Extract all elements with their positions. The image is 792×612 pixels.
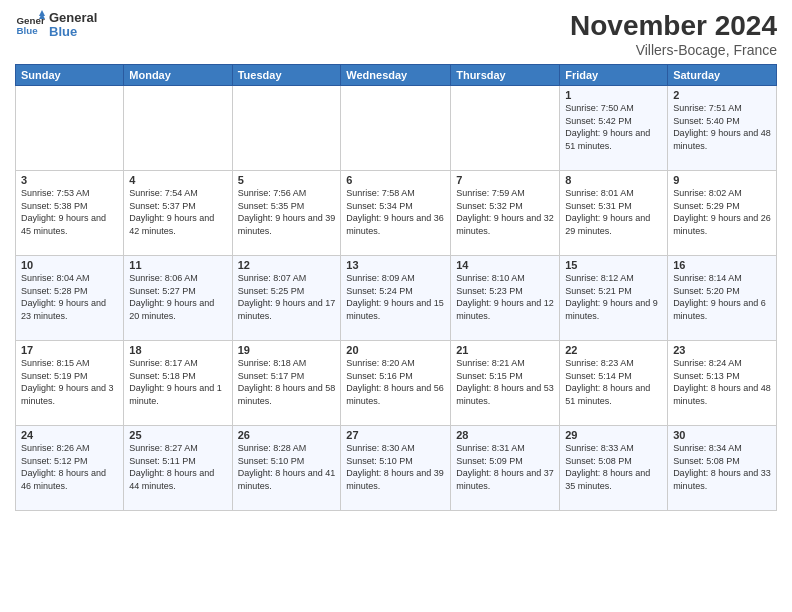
- day-number: 6: [346, 174, 445, 186]
- day-info: Sunrise: 8:09 AM Sunset: 5:24 PM Dayligh…: [346, 272, 445, 322]
- day-info: Sunrise: 8:15 AM Sunset: 5:19 PM Dayligh…: [21, 357, 118, 407]
- day-number: 5: [238, 174, 336, 186]
- calendar-cell: 1Sunrise: 7:50 AM Sunset: 5:42 PM Daylig…: [560, 86, 668, 171]
- day-number: 8: [565, 174, 662, 186]
- calendar-cell: 10Sunrise: 8:04 AM Sunset: 5:28 PM Dayli…: [16, 256, 124, 341]
- day-number: 19: [238, 344, 336, 356]
- calendar-cell: 19Sunrise: 8:18 AM Sunset: 5:17 PM Dayli…: [232, 341, 341, 426]
- day-number: 26: [238, 429, 336, 441]
- calendar-cell: [16, 86, 124, 171]
- day-number: 27: [346, 429, 445, 441]
- day-info: Sunrise: 8:23 AM Sunset: 5:14 PM Dayligh…: [565, 357, 662, 407]
- calendar-cell: 25Sunrise: 8:27 AM Sunset: 5:11 PM Dayli…: [124, 426, 232, 511]
- day-number: 28: [456, 429, 554, 441]
- day-number: 16: [673, 259, 771, 271]
- day-number: 22: [565, 344, 662, 356]
- day-info: Sunrise: 8:10 AM Sunset: 5:23 PM Dayligh…: [456, 272, 554, 322]
- col-tuesday: Tuesday: [232, 65, 341, 86]
- day-info: Sunrise: 8:28 AM Sunset: 5:10 PM Dayligh…: [238, 442, 336, 492]
- calendar-cell: [341, 86, 451, 171]
- calendar-cell: 27Sunrise: 8:30 AM Sunset: 5:10 PM Dayli…: [341, 426, 451, 511]
- day-number: 14: [456, 259, 554, 271]
- day-number: 4: [129, 174, 226, 186]
- calendar-cell: 4Sunrise: 7:54 AM Sunset: 5:37 PM Daylig…: [124, 171, 232, 256]
- day-number: 10: [21, 259, 118, 271]
- day-info: Sunrise: 7:50 AM Sunset: 5:42 PM Dayligh…: [565, 102, 662, 152]
- day-info: Sunrise: 8:26 AM Sunset: 5:12 PM Dayligh…: [21, 442, 118, 492]
- title-block: November 2024 Villers-Bocage, France: [570, 10, 777, 58]
- day-number: 24: [21, 429, 118, 441]
- calendar-cell: 20Sunrise: 8:20 AM Sunset: 5:16 PM Dayli…: [341, 341, 451, 426]
- calendar-week-row: 17Sunrise: 8:15 AM Sunset: 5:19 PM Dayli…: [16, 341, 777, 426]
- calendar-cell: 3Sunrise: 7:53 AM Sunset: 5:38 PM Daylig…: [16, 171, 124, 256]
- logo: General Blue General Blue: [15, 10, 97, 40]
- calendar-cell: [451, 86, 560, 171]
- day-number: 3: [21, 174, 118, 186]
- day-info: Sunrise: 8:14 AM Sunset: 5:20 PM Dayligh…: [673, 272, 771, 322]
- day-number: 15: [565, 259, 662, 271]
- day-info: Sunrise: 7:56 AM Sunset: 5:35 PM Dayligh…: [238, 187, 336, 237]
- svg-text:Blue: Blue: [17, 25, 39, 36]
- calendar-cell: [232, 86, 341, 171]
- day-info: Sunrise: 8:07 AM Sunset: 5:25 PM Dayligh…: [238, 272, 336, 322]
- day-number: 23: [673, 344, 771, 356]
- col-friday: Friday: [560, 65, 668, 86]
- calendar-cell: 16Sunrise: 8:14 AM Sunset: 5:20 PM Dayli…: [668, 256, 777, 341]
- calendar-cell: 30Sunrise: 8:34 AM Sunset: 5:08 PM Dayli…: [668, 426, 777, 511]
- calendar-cell: 29Sunrise: 8:33 AM Sunset: 5:08 PM Dayli…: [560, 426, 668, 511]
- calendar-week-row: 3Sunrise: 7:53 AM Sunset: 5:38 PM Daylig…: [16, 171, 777, 256]
- day-number: 20: [346, 344, 445, 356]
- calendar-cell: [124, 86, 232, 171]
- day-info: Sunrise: 7:54 AM Sunset: 5:37 PM Dayligh…: [129, 187, 226, 237]
- day-info: Sunrise: 8:27 AM Sunset: 5:11 PM Dayligh…: [129, 442, 226, 492]
- calendar-header-row: Sunday Monday Tuesday Wednesday Thursday…: [16, 65, 777, 86]
- day-number: 25: [129, 429, 226, 441]
- logo-icon: General Blue: [15, 10, 45, 40]
- calendar-cell: 22Sunrise: 8:23 AM Sunset: 5:14 PM Dayli…: [560, 341, 668, 426]
- day-info: Sunrise: 8:18 AM Sunset: 5:17 PM Dayligh…: [238, 357, 336, 407]
- day-info: Sunrise: 8:31 AM Sunset: 5:09 PM Dayligh…: [456, 442, 554, 492]
- calendar-cell: 26Sunrise: 8:28 AM Sunset: 5:10 PM Dayli…: [232, 426, 341, 511]
- day-info: Sunrise: 8:02 AM Sunset: 5:29 PM Dayligh…: [673, 187, 771, 237]
- day-info: Sunrise: 8:12 AM Sunset: 5:21 PM Dayligh…: [565, 272, 662, 322]
- day-number: 30: [673, 429, 771, 441]
- calendar-cell: 7Sunrise: 7:59 AM Sunset: 5:32 PM Daylig…: [451, 171, 560, 256]
- calendar-cell: 24Sunrise: 8:26 AM Sunset: 5:12 PM Dayli…: [16, 426, 124, 511]
- calendar-cell: 8Sunrise: 8:01 AM Sunset: 5:31 PM Daylig…: [560, 171, 668, 256]
- calendar-cell: 28Sunrise: 8:31 AM Sunset: 5:09 PM Dayli…: [451, 426, 560, 511]
- logo-general: General: [49, 11, 97, 25]
- day-number: 1: [565, 89, 662, 101]
- day-number: 13: [346, 259, 445, 271]
- col-sunday: Sunday: [16, 65, 124, 86]
- calendar-week-row: 24Sunrise: 8:26 AM Sunset: 5:12 PM Dayli…: [16, 426, 777, 511]
- day-info: Sunrise: 8:33 AM Sunset: 5:08 PM Dayligh…: [565, 442, 662, 492]
- calendar-cell: 13Sunrise: 8:09 AM Sunset: 5:24 PM Dayli…: [341, 256, 451, 341]
- month-title: November 2024: [570, 10, 777, 42]
- day-info: Sunrise: 8:34 AM Sunset: 5:08 PM Dayligh…: [673, 442, 771, 492]
- calendar-cell: 18Sunrise: 8:17 AM Sunset: 5:18 PM Dayli…: [124, 341, 232, 426]
- col-thursday: Thursday: [451, 65, 560, 86]
- col-monday: Monday: [124, 65, 232, 86]
- calendar-cell: 11Sunrise: 8:06 AM Sunset: 5:27 PM Dayli…: [124, 256, 232, 341]
- col-saturday: Saturday: [668, 65, 777, 86]
- calendar-cell: 14Sunrise: 8:10 AM Sunset: 5:23 PM Dayli…: [451, 256, 560, 341]
- day-info: Sunrise: 7:53 AM Sunset: 5:38 PM Dayligh…: [21, 187, 118, 237]
- day-info: Sunrise: 8:24 AM Sunset: 5:13 PM Dayligh…: [673, 357, 771, 407]
- calendar-cell: 9Sunrise: 8:02 AM Sunset: 5:29 PM Daylig…: [668, 171, 777, 256]
- calendar-cell: 12Sunrise: 8:07 AM Sunset: 5:25 PM Dayli…: [232, 256, 341, 341]
- day-info: Sunrise: 8:17 AM Sunset: 5:18 PM Dayligh…: [129, 357, 226, 407]
- day-number: 18: [129, 344, 226, 356]
- col-wednesday: Wednesday: [341, 65, 451, 86]
- day-number: 17: [21, 344, 118, 356]
- calendar-cell: 23Sunrise: 8:24 AM Sunset: 5:13 PM Dayli…: [668, 341, 777, 426]
- day-info: Sunrise: 7:51 AM Sunset: 5:40 PM Dayligh…: [673, 102, 771, 152]
- day-number: 2: [673, 89, 771, 101]
- day-info: Sunrise: 8:21 AM Sunset: 5:15 PM Dayligh…: [456, 357, 554, 407]
- calendar-week-row: 1Sunrise: 7:50 AM Sunset: 5:42 PM Daylig…: [16, 86, 777, 171]
- day-info: Sunrise: 8:30 AM Sunset: 5:10 PM Dayligh…: [346, 442, 445, 492]
- day-number: 11: [129, 259, 226, 271]
- day-info: Sunrise: 7:59 AM Sunset: 5:32 PM Dayligh…: [456, 187, 554, 237]
- calendar-cell: 17Sunrise: 8:15 AM Sunset: 5:19 PM Dayli…: [16, 341, 124, 426]
- day-number: 7: [456, 174, 554, 186]
- calendar-cell: 21Sunrise: 8:21 AM Sunset: 5:15 PM Dayli…: [451, 341, 560, 426]
